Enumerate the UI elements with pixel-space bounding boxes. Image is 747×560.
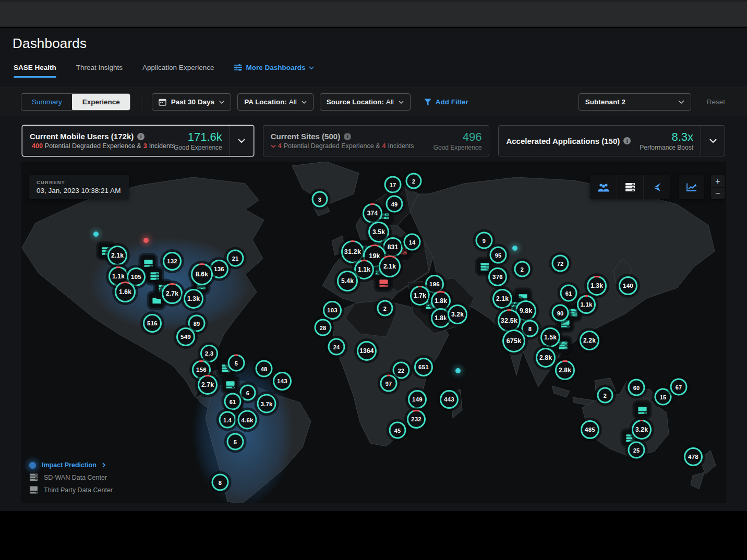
map-marker[interactable]: 2.1k bbox=[379, 255, 401, 277]
map-marker[interactable]: 45 bbox=[389, 422, 406, 439]
card-expand-button[interactable] bbox=[701, 126, 725, 156]
map-marker[interactable]: 2.8k bbox=[555, 360, 575, 380]
map-marker[interactable]: 651 bbox=[414, 358, 433, 376]
map-marker[interactable]: 24 bbox=[328, 338, 345, 356]
map-marker[interactable]: 2.7k bbox=[162, 283, 183, 304]
map-marker[interactable]: 376 bbox=[488, 267, 507, 286]
map-marker[interactable]: 32.5k bbox=[498, 309, 521, 332]
tab-sase-health[interactable]: SASE Health bbox=[14, 64, 56, 78]
map-marker[interactable]: 1364 bbox=[357, 341, 377, 361]
map-marker[interactable]: 1.1k bbox=[577, 295, 596, 314]
pa-location-dropdown[interactable]: PA Location: All bbox=[237, 93, 314, 111]
time-range-dropdown[interactable]: Past 30 Days bbox=[152, 93, 231, 111]
map-marker[interactable]: 5 bbox=[228, 355, 245, 372]
map-marker[interactable]: 61 bbox=[560, 285, 577, 302]
map-marker[interactable]: 67 bbox=[670, 379, 688, 396]
more-dashboards-menu[interactable]: More Dashboards bbox=[234, 64, 314, 78]
map-marker[interactable]: 2.8k bbox=[536, 348, 556, 368]
map-marker[interactable]: 25 bbox=[628, 442, 645, 459]
map-marker[interactable]: 2.1k bbox=[107, 246, 127, 265]
map-marker[interactable]: 6 bbox=[240, 385, 256, 401]
tab-application-experience[interactable]: Application Experience bbox=[142, 64, 214, 78]
map-marker[interactable]: 149 bbox=[408, 390, 427, 409]
datacenter-icon[interactable] bbox=[635, 403, 650, 418]
map-marker[interactable]: 5 bbox=[227, 433, 244, 451]
map-marker[interactable]: 1.3k bbox=[184, 289, 203, 309]
datacenter-icon[interactable] bbox=[223, 377, 238, 392]
mobile-users-layer-button[interactable] bbox=[590, 175, 617, 199]
map-marker[interactable]: 5.4k bbox=[337, 271, 358, 291]
map-marker[interactable]: 21 bbox=[227, 250, 244, 267]
map-marker[interactable]: 17 bbox=[384, 176, 402, 193]
map-marker[interactable]: 1.1k bbox=[354, 260, 374, 279]
zoom-out-button[interactable]: − bbox=[711, 187, 725, 199]
map-marker[interactable]: 3.2k bbox=[632, 420, 652, 440]
map-marker[interactable]: 443 bbox=[440, 390, 459, 409]
map-marker[interactable]: 3.2k bbox=[448, 305, 467, 324]
map-marker[interactable]: 1.7k bbox=[410, 286, 430, 306]
map-marker[interactable]: 374 bbox=[363, 203, 382, 223]
map-marker[interactable]: 61 bbox=[224, 393, 242, 410]
info-icon[interactable] bbox=[344, 133, 351, 140]
map-marker[interactable]: 48 bbox=[256, 360, 273, 378]
map-marker[interactable]: 49 bbox=[386, 196, 403, 213]
map-marker[interactable]: 2 bbox=[406, 173, 422, 189]
map-marker[interactable]: 1.4 bbox=[219, 411, 236, 429]
summary-tab-button[interactable]: Summary bbox=[21, 94, 73, 110]
map-marker[interactable]: 3 bbox=[312, 191, 328, 208]
map-marker[interactable]: 2 bbox=[514, 261, 531, 277]
map-marker[interactable]: 8 bbox=[522, 320, 539, 337]
map-marker[interactable]: 8.6k bbox=[191, 263, 213, 285]
map-marker[interactable]: 14 bbox=[404, 234, 421, 251]
map-marker[interactable]: 4.6k bbox=[238, 410, 257, 430]
experience-tab-button[interactable]: Experience bbox=[72, 93, 130, 111]
map-marker[interactable]: 103 bbox=[323, 301, 342, 320]
add-filter-button[interactable]: Add Filter bbox=[424, 98, 468, 106]
map-marker[interactable]: 9 bbox=[476, 232, 493, 249]
world-map[interactable]: 2.1k132211368.6k1.1k1051.6k2.7k1.3k51689… bbox=[21, 162, 726, 503]
map-marker[interactable]: 90 bbox=[552, 305, 569, 322]
card-expand-button[interactable] bbox=[230, 126, 254, 156]
map-marker[interactable]: 232 bbox=[407, 410, 426, 429]
map-marker[interactable]: 478 bbox=[684, 447, 703, 466]
map-marker[interactable]: 143 bbox=[273, 372, 292, 391]
map-marker[interactable]: 97 bbox=[380, 375, 397, 392]
map-marker[interactable]: 95 bbox=[490, 247, 507, 264]
impact-prediction-link[interactable]: Impact Prediction bbox=[29, 461, 113, 469]
zoom-in-button[interactable]: + bbox=[711, 175, 725, 187]
tab-threat-insights[interactable]: Threat Insights bbox=[76, 64, 123, 78]
map-marker[interactable]: 3.7k bbox=[257, 394, 276, 413]
map-marker[interactable]: 140 bbox=[619, 276, 637, 295]
map-marker[interactable]: 1.5k bbox=[540, 327, 560, 347]
map-marker[interactable]: 549 bbox=[176, 327, 195, 346]
map-marker[interactable]: 28 bbox=[315, 319, 332, 336]
map-marker[interactable]: 2.3 bbox=[200, 345, 218, 362]
info-icon[interactable] bbox=[137, 133, 144, 140]
reset-button[interactable]: Reset bbox=[707, 98, 725, 106]
trend-view-button[interactable] bbox=[679, 175, 704, 199]
map-marker[interactable]: 2 bbox=[597, 387, 613, 404]
map-marker[interactable]: 516 bbox=[143, 314, 162, 333]
map-marker[interactable]: 485 bbox=[581, 420, 599, 439]
map-marker[interactable]: 675k bbox=[502, 330, 525, 352]
info-icon[interactable] bbox=[623, 137, 631, 144]
map-marker[interactable]: 2.1k bbox=[492, 289, 512, 309]
subtenant-dropdown[interactable]: Subtenant 2 bbox=[579, 93, 691, 111]
card-accelerated-applications[interactable]: Accelerated Applications (150) 8.3x Perf… bbox=[498, 125, 725, 156]
card-current-sites[interactable]: Current Sites (500) 4 Potential Degraded… bbox=[263, 125, 490, 156]
map-marker[interactable]: 22 bbox=[393, 362, 410, 379]
map-marker[interactable]: 1.3k bbox=[587, 276, 607, 296]
map-marker[interactable]: 2.2k bbox=[580, 331, 599, 350]
navigation-layer-button[interactable] bbox=[643, 175, 670, 199]
map-marker[interactable]: 2 bbox=[377, 300, 393, 316]
map-marker[interactable]: 15 bbox=[655, 388, 672, 406]
map-marker[interactable]: 8 bbox=[212, 474, 229, 491]
card-current-mobile-users[interactable]: Current Mobile Users (172k) 400 Potentia… bbox=[22, 125, 254, 156]
map-marker[interactable]: 1.6k bbox=[115, 282, 136, 302]
map-marker[interactable]: 132 bbox=[163, 252, 182, 271]
map-marker[interactable]: 60 bbox=[628, 379, 645, 396]
map-marker[interactable]: 72 bbox=[552, 255, 569, 272]
map-marker[interactable]: 2.7k bbox=[198, 375, 218, 395]
source-location-dropdown[interactable]: Source Location: All bbox=[320, 93, 411, 111]
data-center-layer-button[interactable] bbox=[617, 175, 643, 199]
